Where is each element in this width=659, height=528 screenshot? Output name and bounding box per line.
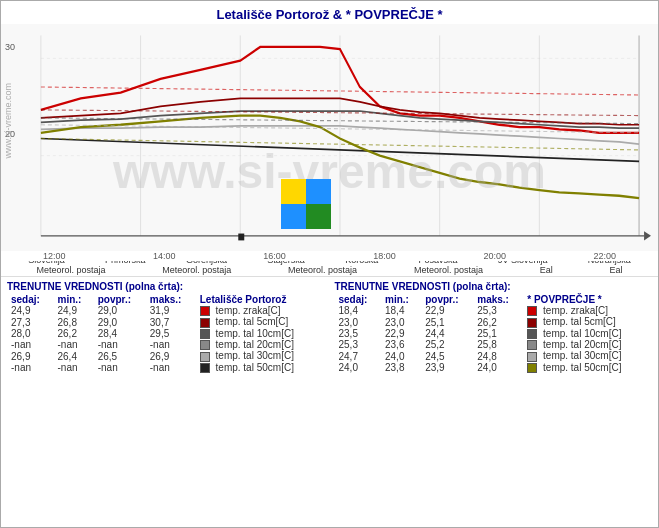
col-maks-2: maks.:	[473, 294, 523, 305]
cell-maks: 25,3	[473, 305, 523, 316]
cell-min: -nan	[54, 362, 94, 373]
cell-maks: 25,1	[473, 328, 523, 339]
cell-povpr: 25,2	[421, 339, 473, 350]
cell-maks: 29,5	[146, 328, 196, 339]
cell-min: 22,9	[381, 328, 421, 339]
legend-color	[527, 306, 537, 316]
cell-povpr: 29,0	[94, 305, 146, 316]
section2: TRENUTNE VREDNOSTI (polna črta): sedaj: …	[335, 281, 653, 373]
table-row: 24,7 24,0 24,5 24,8 temp. tal 30cm[C]	[335, 350, 653, 361]
cell-min: 18,4	[381, 305, 421, 316]
section1-title: TRENUTNE VREDNOSTI (polna črta):	[7, 281, 325, 292]
table-row: 26,9 26,4 26,5 26,9 temp. tal 30cm[C]	[7, 350, 325, 361]
cell-povpr: -nan	[94, 362, 146, 373]
cell-povpr: 29,0	[94, 316, 146, 327]
section1: TRENUTNE VREDNOSTI (polna črta): sedaj: …	[7, 281, 325, 373]
cell-povpr: -nan	[94, 339, 146, 350]
svg-rect-1	[306, 179, 331, 204]
cell-sedaj: 27,3	[7, 316, 54, 327]
section2-table: sedaj: min.: povpr.: maks.: * POVPREČJE …	[335, 294, 653, 373]
legend-color	[200, 306, 210, 316]
svg-rect-21	[238, 234, 244, 241]
cell-maks: 26,2	[473, 316, 523, 327]
col-maks-1: maks.:	[146, 294, 196, 305]
chart-area: www.si-vreme.com 30 20	[1, 24, 658, 254]
cell-min: 24,9	[54, 305, 94, 316]
legend-color	[200, 329, 210, 339]
legend-label: temp. zraka[C]	[216, 305, 281, 316]
svg-rect-0	[281, 179, 306, 204]
region-sub2: Meteorol. postaja	[162, 265, 231, 275]
cell-povpr: 24,4	[421, 328, 473, 339]
section1-table: sedaj: min.: povpr.: maks.: Letališče Po…	[7, 294, 325, 373]
cell-label: temp. zraka[C]	[196, 305, 325, 316]
svg-rect-2	[281, 204, 306, 229]
cell-sedaj: 26,9	[7, 350, 54, 361]
cell-min: 23,8	[381, 362, 421, 373]
cell-sedaj: 28,0	[7, 328, 54, 339]
cell-povpr: 24,5	[421, 350, 473, 361]
legend-color	[200, 363, 210, 373]
time-label-2200: 22:00	[593, 251, 616, 261]
col-sedaj-1: sedaj:	[7, 294, 54, 305]
legend-color	[527, 329, 537, 339]
cell-sedaj: 23,0	[335, 316, 382, 327]
legend-color	[200, 318, 210, 328]
cell-sedaj: 18,4	[335, 305, 382, 316]
cell-maks: 24,0	[473, 362, 523, 373]
cell-sedaj: 24,9	[7, 305, 54, 316]
cell-label: temp. tal 10cm[C]	[196, 328, 325, 339]
region-sub1: Meteorol. postaja	[36, 265, 105, 275]
legend-label: temp. tal 30cm[C]	[543, 350, 621, 361]
cell-min: 23,6	[381, 339, 421, 350]
table-row: 25,3 23,6 25,2 25,8 temp. tal 20cm[C]	[335, 339, 653, 350]
legend-label: temp. tal 30cm[C]	[216, 350, 294, 361]
cell-povpr: 25,1	[421, 316, 473, 327]
cell-sedaj: 25,3	[335, 339, 382, 350]
time-label-1600: 16:00	[263, 251, 286, 261]
table-row: 23,0 23,0 25,1 26,2 temp. tal 5cm[C]	[335, 316, 653, 327]
logo-icon	[281, 179, 331, 229]
svg-rect-3	[306, 204, 331, 229]
y-label-30: 30	[5, 42, 15, 52]
table-row: 27,3 26,8 29,0 30,7 temp. tal 5cm[C]	[7, 316, 325, 327]
region-sub3: Meteorol. postaja	[288, 265, 357, 275]
col-station-1: Letališče Portorož	[196, 294, 325, 305]
cell-label: temp. tal 5cm[C]	[523, 316, 652, 327]
cell-label: temp. tal 10cm[C]	[523, 328, 652, 339]
table-row: 28,0 26,2 28,4 29,5 temp. tal 10cm[C]	[7, 328, 325, 339]
cell-label: temp. tal 30cm[C]	[523, 350, 652, 361]
region-sub5: Eal	[540, 265, 553, 275]
time-label-1400: 14:00	[153, 251, 176, 261]
cell-maks: -nan	[146, 362, 196, 373]
legend-label: temp. tal 50cm[C]	[216, 362, 294, 373]
section2-title: TRENUTNE VREDNOSTI (polna črta):	[335, 281, 653, 292]
cell-label: temp. zraka[C]	[523, 305, 652, 316]
svg-marker-15	[644, 231, 651, 240]
cell-povpr: 26,5	[94, 350, 146, 361]
cell-label: temp. tal 50cm[C]	[523, 362, 652, 373]
table-row: 24,9 24,9 29,0 31,9 temp. zraka[C]	[7, 305, 325, 316]
col-station-2: * POVPREČJE *	[523, 294, 652, 305]
time-label-2000: 20:00	[483, 251, 506, 261]
chart-title: Letališče Portorož & * POVPREČJE *	[1, 1, 658, 24]
cell-min: 26,8	[54, 316, 94, 327]
cell-povpr: 22,9	[421, 305, 473, 316]
region-sub4: Meteorol. postaja	[414, 265, 483, 275]
cell-label: temp. tal 30cm[C]	[196, 350, 325, 361]
col-sedaj-2: sedaj:	[335, 294, 382, 305]
cell-label: temp. tal 5cm[C]	[196, 316, 325, 327]
table-row: 18,4 18,4 22,9 25,3 temp. zraka[C]	[335, 305, 653, 316]
cell-maks: 25,8	[473, 339, 523, 350]
cell-sedaj: 24,0	[335, 362, 382, 373]
col-min-2: min.:	[381, 294, 421, 305]
cell-povpr: 23,9	[421, 362, 473, 373]
legend-label: temp. tal 5cm[C]	[543, 316, 616, 327]
cell-min: 26,2	[54, 328, 94, 339]
legend-color	[200, 352, 210, 362]
legend-color	[527, 352, 537, 362]
legend-label: temp. tal 20cm[C]	[216, 339, 294, 350]
time-label-1200: 12:00	[43, 251, 66, 261]
cell-maks: 30,7	[146, 316, 196, 327]
legend-label: temp. zraka[C]	[543, 305, 608, 316]
